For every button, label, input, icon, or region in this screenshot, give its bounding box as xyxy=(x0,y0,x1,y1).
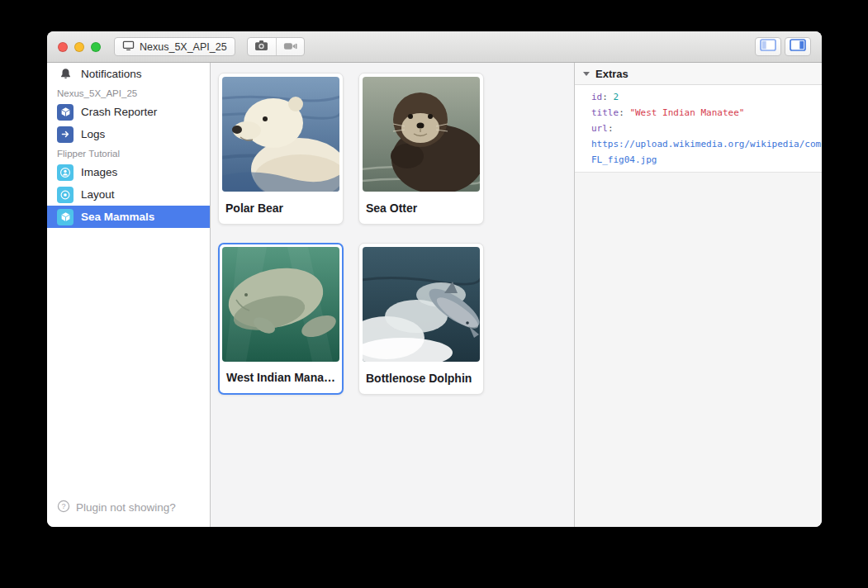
card-title: Polar Bear xyxy=(219,195,343,224)
card-title: Sea Otter xyxy=(359,195,483,224)
sidebar-item-label: Logs xyxy=(81,128,105,140)
sidebar-item-sea-mammals[interactable]: Sea Mammals xyxy=(47,206,210,228)
cube-icon xyxy=(57,104,74,121)
extras-row-id: id: 2 xyxy=(591,89,822,105)
panel-right-icon xyxy=(790,39,806,55)
json-string-value: "West Indian Manatee" xyxy=(629,107,744,118)
extras-row-title: title: "West Indian Manatee" xyxy=(591,105,822,121)
toggle-right-panel-button[interactable] xyxy=(785,37,811,56)
titlebar: Nexus_5X_API_25 xyxy=(47,31,822,63)
dolphin-photo xyxy=(363,247,480,362)
manatee-photo xyxy=(222,247,339,362)
extras-title: Extras xyxy=(595,68,628,80)
card-title: West Indian Manatee xyxy=(220,364,342,393)
extras-data-inspector: id: 2 title: "West Indian Manatee" url: … xyxy=(575,85,822,173)
sidebar-section-device: Nexus_5X_API_25 xyxy=(47,85,210,101)
card-bottlenose-dolphin[interactable]: Bottlenose Dolphin xyxy=(358,243,484,395)
plugin-not-showing-label: Plugin not showing? xyxy=(76,501,176,514)
sidebar-item-label: Layout xyxy=(81,188,115,201)
extras-section-header[interactable]: Extras xyxy=(575,63,822,85)
card-west-indian-manatee[interactable]: West Indian Manatee xyxy=(218,243,344,395)
toggle-left-panel-button[interactable] xyxy=(755,37,781,56)
json-key: id xyxy=(591,92,602,102)
screen-record-button[interactable] xyxy=(276,38,304,55)
json-key: url xyxy=(591,123,608,134)
flipper-app-window: Nexus_5X_API_25 xyxy=(47,31,822,527)
question-circle-icon: ? xyxy=(57,500,70,515)
extras-row-url-value-1: https://upload.wikimedia.org/wikipedia/c… xyxy=(591,136,822,152)
sidebar-item-logs[interactable]: Logs xyxy=(47,123,210,145)
panel-left-icon xyxy=(760,39,776,55)
extras-row-url-key: url: xyxy=(591,121,822,136)
sea-mammals-plugin-content: Polar Bear xyxy=(211,63,575,527)
card-sea-otter[interactable]: Sea Otter xyxy=(358,73,484,225)
camera-icon xyxy=(254,40,268,55)
target-icon xyxy=(57,187,74,203)
zoom-window-button[interactable] xyxy=(91,42,101,52)
json-number-value: 2 xyxy=(614,92,619,102)
screenshot-button[interactable] xyxy=(248,38,276,55)
svg-text:?: ? xyxy=(61,502,65,510)
sidebar-item-label: Crash Reporter xyxy=(81,106,157,118)
close-window-button[interactable] xyxy=(58,42,68,52)
sidebar-section-tutorial: Flipper Tutorial xyxy=(47,145,210,161)
capture-button-group xyxy=(247,37,305,56)
sidebar-item-label: Images xyxy=(81,166,117,178)
avatar-icon xyxy=(57,164,74,181)
panel-toggle-group xyxy=(755,37,811,56)
app-body: Notifications Nexus_5X_API_25 Crash Repo… xyxy=(47,63,822,527)
monitor-icon xyxy=(122,40,135,54)
bell-icon xyxy=(57,68,74,80)
sidebar-item-label: Sea Mammals xyxy=(81,211,154,223)
traffic-lights xyxy=(58,42,101,52)
sidebar-item-layout[interactable]: Layout xyxy=(47,183,210,206)
extras-row-url-value-2: FL_fig04.jpg xyxy=(591,152,822,168)
card-title: Bottlenose Dolphin xyxy=(359,365,483,394)
chevron-down-icon xyxy=(583,72,590,76)
sidebar-item-label: Notifications xyxy=(81,68,142,80)
plugin-not-showing-link[interactable]: ? Plugin not showing? xyxy=(47,490,210,527)
sidebar-item-crash-reporter[interactable]: Crash Reporter xyxy=(47,101,210,123)
device-selector-button[interactable]: Nexus_5X_API_25 xyxy=(114,37,235,56)
video-camera-icon xyxy=(283,40,297,55)
json-key: title xyxy=(591,107,619,118)
cube-icon xyxy=(57,209,74,225)
device-selector-label: Nexus_5X_API_25 xyxy=(140,41,227,53)
arrow-right-icon xyxy=(57,126,74,143)
sidebar-item-images[interactable]: Images xyxy=(47,161,210,183)
sea-otter-photo xyxy=(363,77,480,192)
card-polar-bear[interactable]: Polar Bear xyxy=(218,73,344,225)
mammal-card-grid: Polar Bear xyxy=(218,73,574,395)
json-url-value: https://upload.wikimedia.org/wikipedia/c… xyxy=(591,139,821,149)
json-url-value: FL_fig04.jpg xyxy=(591,154,657,165)
sidebar: Notifications Nexus_5X_API_25 Crash Repo… xyxy=(47,63,211,527)
minimize-window-button[interactable] xyxy=(74,42,84,52)
extras-panel: Extras id: 2 title: "West Indian Manatee… xyxy=(575,63,822,527)
sidebar-item-notifications[interactable]: Notifications xyxy=(47,63,210,85)
polar-bear-photo xyxy=(222,77,339,192)
